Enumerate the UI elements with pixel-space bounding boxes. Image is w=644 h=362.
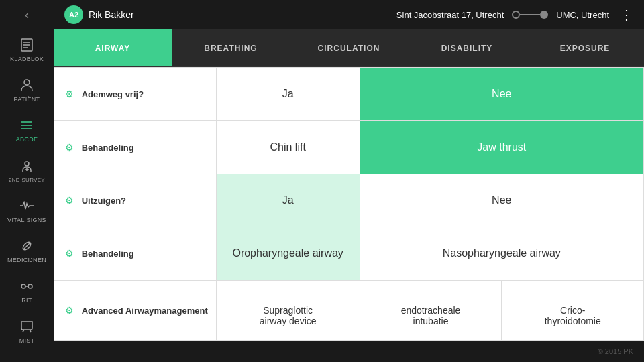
cell-chin-lift[interactable]: Chin lift xyxy=(216,121,360,174)
row-label-behandeling1: ⚙ Behandeling xyxy=(54,121,217,174)
cell-endotracheale[interactable]: endotracheale intubatie xyxy=(360,280,502,340)
header-destination: UMC, Utrecht xyxy=(556,10,609,20)
copyright-text: © 2015 PK xyxy=(598,347,633,355)
abcde-icon xyxy=(19,117,35,133)
svg-point-14 xyxy=(28,284,32,288)
sidebar-item-label: PATIËNT xyxy=(14,96,40,103)
cell-uitzuigen-nee[interactable]: Nee xyxy=(360,174,643,227)
cell-jaw-thrust[interactable]: Jaw thrust xyxy=(360,121,643,174)
kladblok-icon xyxy=(19,37,35,53)
sidebar-item-label: KLADBLOK xyxy=(10,56,44,62)
sidebar-item-patient[interactable]: PATIËNT xyxy=(0,70,54,110)
table-row: ⚙ Ademweg vrij? Ja Nee xyxy=(54,68,644,121)
sidebar-item-label: MEDICIJNEN xyxy=(7,257,46,263)
back-icon[interactable]: ‹ xyxy=(25,8,29,22)
svg-point-8 xyxy=(25,162,29,166)
row-icon-uitzuigen: ⚙ xyxy=(65,195,74,206)
cell-crico[interactable]: Crico- thyroidotomie xyxy=(502,280,644,340)
tab-exposure[interactable]: EXPOSURE xyxy=(526,29,644,67)
table-area: ⚙ Ademweg vrij? Ja Nee ⚙ Behandeling xyxy=(54,67,644,341)
sidebar-item-survey[interactable]: 2ND SURVEY xyxy=(0,150,54,190)
sidebar-item-label: ABCDE xyxy=(16,136,38,143)
table-row: ⚙ Uitzuigen? Ja Nee xyxy=(54,174,644,227)
row-label-ademweg: ⚙ Ademweg vrij? xyxy=(54,68,217,121)
cell-uitzuigen-ja[interactable]: Ja xyxy=(216,174,360,227)
cell-supraglottic[interactable]: Supraglottic airway device xyxy=(216,280,360,340)
cell-ademweg-nee[interactable]: Nee xyxy=(360,68,643,121)
nav-tabs: AIRWAY BREATHING CIRCULATION DISABILITY … xyxy=(54,29,644,67)
main-content: A2 Rik Bakker Sint Jacobstraat 17, Utrec… xyxy=(54,0,644,362)
table-row: ⚙ Advanced Airwaymanagement Supraglottic… xyxy=(54,280,644,340)
svg-point-13 xyxy=(21,284,25,288)
cell-nasopharyngeale[interactable]: Nasopharyngeale airway xyxy=(360,227,643,280)
table-row: ⚙ Behandeling Chin lift Jaw thrust xyxy=(54,121,644,174)
route-line xyxy=(520,14,540,15)
svg-point-4 xyxy=(24,80,30,85)
sidebar-item-label: RIT xyxy=(21,297,32,304)
header-location: Sint Jacobstraat 17, Utrecht xyxy=(396,10,504,20)
footer: © 2015 PK xyxy=(54,341,644,362)
sidebar-item-mist[interactable]: MIST xyxy=(0,311,54,351)
sidebar-item-medicijnen[interactable]: MEDICIJNEN xyxy=(0,231,54,271)
vitalsigns-icon xyxy=(19,198,35,214)
cell-oropharyngeale[interactable]: Oropharyngeale airway xyxy=(216,227,360,280)
patient-icon xyxy=(19,77,35,93)
route-indicator xyxy=(512,11,548,19)
sidebar-item-abcde[interactable]: ABCDE xyxy=(0,110,54,150)
header: A2 Rik Bakker Sint Jacobstraat 17, Utrec… xyxy=(54,0,644,29)
avatar: A2 xyxy=(64,5,83,24)
tab-circulation[interactable]: CIRCULATION xyxy=(290,29,408,67)
row-label-behandeling2: ⚙ Behandeling xyxy=(54,227,217,280)
row-icon-ademweg: ⚙ xyxy=(65,88,74,99)
cell-ademweg-ja[interactable]: Ja xyxy=(216,68,360,121)
sidebar-item-label: MIST xyxy=(19,337,35,344)
medicijnen-icon xyxy=(19,238,35,254)
sidebar-item-rit[interactable]: RIT xyxy=(0,271,54,311)
sidebar: ‹ KLADBLOK PATIËNT xyxy=(0,0,54,362)
tab-disability[interactable]: DISABILITY xyxy=(408,29,526,67)
tab-breathing[interactable]: BREATHING xyxy=(172,29,290,67)
more-menu-icon[interactable]: ⋮ xyxy=(620,7,633,23)
row-label-advanced: ⚙ Advanced Airwaymanagement xyxy=(54,280,217,340)
mist-icon xyxy=(19,318,35,335)
row-icon-behandeling2: ⚙ xyxy=(65,248,74,259)
sidebar-item-label: 2ND SURVEY xyxy=(9,177,45,183)
row-icon-behandeling1: ⚙ xyxy=(65,142,74,153)
sidebar-item-label: VITAL SIGNS xyxy=(7,217,46,223)
airway-table: ⚙ Ademweg vrij? Ja Nee ⚙ Behandeling xyxy=(54,67,644,341)
rit-icon xyxy=(19,278,35,294)
route-start-dot xyxy=(512,11,520,19)
sidebar-item-vitalsigns[interactable]: VITAL SIGNS xyxy=(0,190,54,231)
sidebar-top: ‹ xyxy=(0,0,54,29)
svg-line-12 xyxy=(23,243,30,249)
table-row: ⚙ Behandeling Oropharyngeale airway Naso… xyxy=(54,227,644,280)
route-end-dot xyxy=(540,11,548,19)
patient-name: Rik Bakker xyxy=(89,9,396,20)
row-label-uitzuigen: ⚙ Uitzuigen? xyxy=(54,174,217,227)
survey-icon xyxy=(19,158,35,174)
sidebar-item-kladblok[interactable]: KLADBLOK xyxy=(0,29,54,70)
row-icon-advanced: ⚙ xyxy=(65,305,74,316)
tab-airway[interactable]: AIRWAY xyxy=(54,29,172,67)
